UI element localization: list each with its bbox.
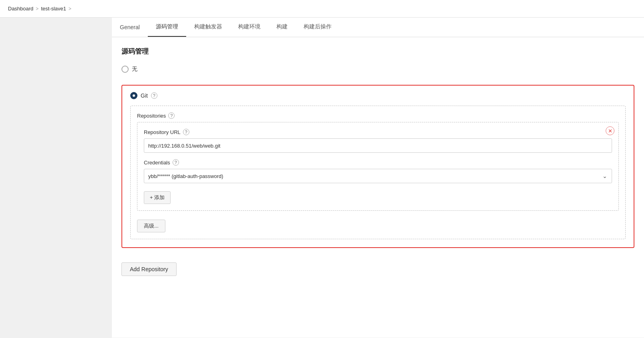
breadcrumb-dashboard[interactable]: Dashboard — [8, 6, 34, 12]
repositories-label-row: Repositories ? — [137, 112, 619, 119]
repo-url-input[interactable] — [144, 138, 612, 153]
credentials-select-wrapper: ybb/****** (gitlab-auth-password) ⌄ — [144, 169, 612, 183]
tabs-bar: General 源码管理 构建触发器 构建环境 构建 构建后操作 — [112, 18, 644, 37]
tab-triggers[interactable]: 构建触发器 — [186, 18, 230, 37]
repositories-section: Repositories ? ✕ Repository URL ? — [130, 106, 626, 239]
repo-close-button[interactable]: ✕ — [606, 126, 614, 135]
tab-source[interactable]: 源码管理 — [148, 18, 186, 37]
radio-none-label: 无 — [132, 66, 137, 73]
content-area: General 源码管理 构建触发器 构建环境 构建 构建后操作 源码管理 无 … — [112, 18, 644, 338]
radio-group: 无 — [112, 62, 644, 85]
left-sidebar — [0, 18, 112, 338]
credentials-label: Credentials — [144, 160, 170, 166]
tab-post-build[interactable]: 构建后操作 — [296, 18, 340, 37]
add-repository-button[interactable]: Add Repository — [121, 262, 177, 276]
radio-none-option[interactable]: 无 — [121, 66, 634, 73]
repositories-help-icon[interactable]: ? — [168, 112, 175, 119]
repo-url-label: Repository URL — [144, 129, 181, 135]
tab-general[interactable]: General — [112, 18, 148, 37]
tab-env[interactable]: 构建环境 — [230, 18, 268, 37]
repositories-label: Repositories — [137, 113, 166, 119]
credentials-select[interactable]: ybb/****** (gitlab-auth-password) — [144, 169, 612, 183]
breadcrumb-project[interactable]: test-slave1 — [41, 6, 66, 12]
credentials-field-row: Credentials ? ybb/****** (gitlab-auth-pa… — [144, 159, 612, 183]
add-entry-button[interactable]: + 添加 — [144, 191, 171, 204]
breadcrumb-sep1: > — [36, 6, 39, 12]
repo-url-help-icon[interactable]: ? — [183, 129, 189, 135]
git-help-icon[interactable]: ? — [151, 92, 157, 99]
radio-git-label: Git — [141, 92, 148, 99]
repo-entry: ✕ Repository URL ? Credentials ? — [137, 122, 619, 211]
radio-git-circle[interactable] — [130, 92, 137, 99]
section-heading: 源码管理 — [112, 37, 644, 62]
breadcrumb-sep2: > — [69, 6, 72, 12]
repo-url-field-row: Repository URL ? — [144, 129, 612, 153]
repo-url-label-row: Repository URL ? — [144, 129, 612, 135]
advanced-button[interactable]: 高级... — [137, 220, 165, 232]
breadcrumb: Dashboard > test-slave1 > — [0, 0, 644, 18]
credentials-label-row: Credentials ? — [144, 159, 612, 166]
git-header: Git ? — [130, 92, 626, 99]
credentials-help-icon[interactable]: ? — [173, 159, 179, 166]
tab-build[interactable]: 构建 — [268, 18, 296, 37]
git-section: Git ? Repositories ? ✕ Repository URL ? — [121, 85, 634, 248]
radio-none-circle — [121, 66, 129, 73]
